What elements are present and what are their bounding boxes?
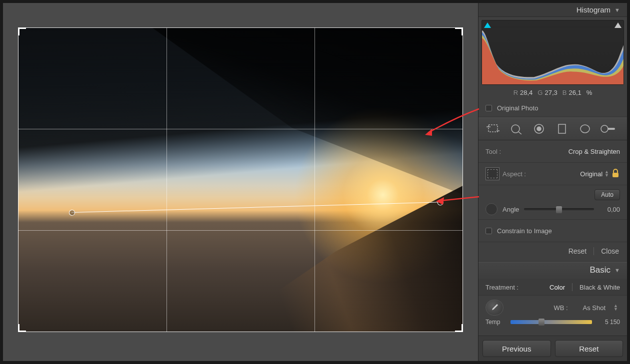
treatment-row: Treatment : Color Black & White — [478, 279, 627, 296]
wb-value[interactable]: As Shot — [583, 304, 606, 312]
original-photo-checkbox[interactable] — [486, 105, 492, 111]
tool-strip — [478, 117, 627, 140]
svg-line-6 — [518, 132, 522, 134]
svg-rect-9 — [558, 124, 566, 133]
aspect-value[interactable]: Original — [580, 170, 602, 178]
angle-value[interactable]: 0,00 — [599, 206, 620, 213]
basic-panel-header[interactable]: Basic ▼ — [478, 262, 627, 279]
radial-filter-icon[interactable] — [576, 122, 594, 136]
aspect-section: Aspect : Original ▲▼ — [478, 163, 627, 185]
temp-label: Temp — [486, 319, 506, 326]
crop-close-button[interactable]: Close — [601, 247, 619, 255]
constrain-label: Constrain to Image — [497, 227, 552, 235]
angle-slider[interactable] — [524, 208, 594, 210]
redeye-icon[interactable] — [530, 122, 548, 136]
wb-eyedropper-icon[interactable] — [486, 300, 504, 316]
svg-point-8 — [537, 127, 541, 131]
bottom-button-bar: Previous Reset — [478, 336, 627, 361]
crop-handle-tl[interactable] — [18, 27, 26, 35]
divider — [594, 247, 594, 255]
crop-handle-br[interactable] — [455, 324, 463, 332]
tool-label: Tool : — [486, 148, 501, 155]
right-panel: Histogram ▼ R28,4 G27,3 B26,1 % Original… — [478, 3, 627, 361]
reset-button[interactable]: Reset — [555, 340, 624, 357]
tool-value: Crop & Straighten — [568, 148, 620, 155]
crop-footer: Reset Close — [478, 242, 627, 262]
gradient-filter-icon[interactable] — [554, 122, 570, 136]
adjustment-brush-icon[interactable] — [600, 122, 616, 136]
treatment-color-option[interactable]: Color — [550, 284, 565, 291]
aspect-label: Aspect : — [502, 170, 526, 178]
develop-canvas[interactable] — [3, 3, 478, 361]
temp-row: Temp 5 150 — [478, 318, 627, 329]
spot-removal-icon[interactable] — [508, 122, 524, 136]
collapse-icon: ▼ — [614, 267, 620, 273]
crop-frame[interactable] — [18, 27, 463, 332]
aspect-stepper-icon[interactable]: ▲▼ — [604, 170, 609, 177]
rgb-readout: R28,4 G27,3 B26,1 % — [478, 86, 627, 101]
previous-button[interactable]: Previous — [482, 340, 551, 357]
constrain-section: Constrain to Image — [478, 220, 627, 242]
svg-rect-13 — [612, 173, 618, 177]
crop-reset-button[interactable]: Reset — [568, 247, 587, 255]
tool-name-section: Tool : Crop & Straighten — [478, 140, 627, 163]
wb-row: WB : As Shot ▲▼ — [478, 296, 627, 318]
original-photo-row[interactable]: Original Photo — [478, 101, 627, 117]
wb-label: WB : — [554, 304, 568, 312]
crop-border[interactable] — [18, 27, 463, 332]
histogram-title: Histogram — [576, 5, 610, 14]
angle-section: Auto Angle 0,00 — [478, 185, 627, 220]
svg-point-10 — [580, 125, 590, 133]
temp-value[interactable]: 5 150 — [597, 319, 620, 326]
svg-point-5 — [512, 125, 520, 133]
temp-slider[interactable] — [510, 320, 592, 324]
shadow-clip-indicator[interactable] — [484, 22, 491, 28]
basic-title: Basic — [590, 265, 611, 275]
treatment-label: Treatment : — [486, 284, 518, 291]
original-photo-label: Original Photo — [497, 104, 538, 112]
histogram-graph[interactable] — [482, 20, 624, 85]
angle-label: Angle — [502, 206, 519, 213]
crop-tool-icon[interactable] — [484, 122, 502, 136]
constrain-checkbox[interactable] — [486, 228, 492, 234]
svg-rect-2 — [488, 125, 498, 132]
crop-handle-tr[interactable] — [455, 27, 463, 35]
svg-rect-12 — [608, 128, 615, 130]
temp-slider-thumb[interactable] — [538, 319, 544, 326]
crop-overlay-icon[interactable] — [486, 167, 500, 180]
collapse-icon: ▼ — [614, 7, 620, 13]
svg-point-11 — [601, 125, 608, 132]
treatment-bw-option[interactable]: Black & White — [580, 284, 620, 291]
aspect-lock-icon[interactable] — [611, 168, 620, 180]
app-root: Histogram ▼ R28,4 G27,3 B26,1 % Original… — [0, 0, 630, 364]
crop-handle-bl[interactable] — [18, 324, 26, 332]
wb-stepper-icon[interactable]: ▲▼ — [614, 304, 618, 311]
angle-auto-button[interactable]: Auto — [594, 189, 620, 200]
highlight-clip-indicator[interactable] — [614, 22, 622, 28]
angle-slider-thumb[interactable] — [556, 206, 562, 213]
straighten-tool-icon[interactable] — [486, 203, 498, 215]
histogram-panel-header[interactable]: Histogram ▼ — [478, 3, 627, 17]
